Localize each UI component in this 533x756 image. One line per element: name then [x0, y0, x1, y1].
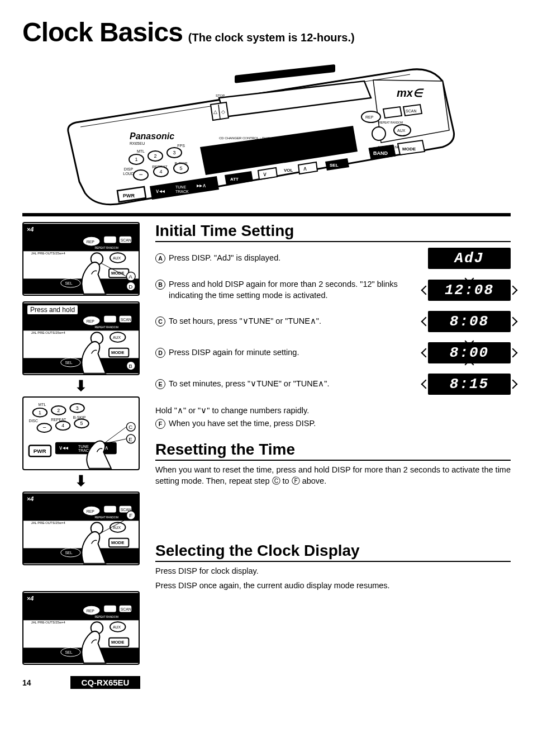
svg-text:△: △ — [213, 109, 217, 115]
svg-text:D: D — [129, 284, 132, 290]
lcd-808: 8:08 — [428, 311, 511, 332]
svg-text:3: 3 — [76, 405, 79, 411]
arrow-down-icon: ⬇ — [22, 476, 140, 486]
svg-text:B: B — [129, 363, 132, 369]
svg-text:DISP: DISP — [124, 167, 134, 171]
thumb-step-b: Press and hold JAL PRE-OUTS/25w×4 REP SC… — [22, 301, 140, 375]
svg-text:REPEAT RANDOM: REPEAT RANDOM — [95, 516, 118, 519]
svg-text:PWR: PWR — [123, 193, 135, 199]
svg-text:◇: ◇ — [221, 109, 225, 115]
model-badge: CQ-RX65EU — [70, 676, 141, 689]
svg-text:JAL PRE-OUTS/25w×4: JAL PRE-OUTS/25w×4 — [31, 252, 66, 255]
svg-text:REPEAT RANDOM: REPEAT RANDOM — [95, 326, 118, 329]
svg-text:−: − — [42, 424, 46, 431]
svg-text:Panasonic: Panasonic — [130, 131, 174, 141]
svg-text:REP: REP — [365, 115, 374, 119]
svg-rect-0 — [235, 64, 335, 83]
svg-text:SCAN: SCAN — [121, 607, 131, 611]
svg-rect-62 — [23, 278, 139, 294]
svg-text:F: F — [129, 512, 132, 518]
svg-text:SEL: SEL — [65, 361, 73, 365]
content-column: Initial Time Setting A Press DISP. "AdJ"… — [155, 222, 511, 665]
heading-initial-time: Initial Time Setting — [155, 222, 511, 242]
thumb-step-c-e: MTL 1 2 3 DISCREPEATB-SKIP − 4 5 PWR ∨◂◂… — [22, 396, 140, 470]
svg-text:1: 1 — [39, 410, 41, 415]
step-b: B Press and hold DISP again for more tha… — [155, 279, 511, 301]
step-a: A Press DISP. "AdJ" is displayed. AdJ — [155, 248, 511, 269]
lcd-800: 8:00 — [428, 342, 511, 363]
svg-text:SEL: SEL — [330, 163, 339, 168]
page-footer: 14 CQ-RX65EU — [22, 676, 511, 689]
svg-text:AUX: AUX — [113, 625, 121, 629]
svg-text:MTL: MTL — [38, 403, 46, 407]
step-e: E To set minutes, press "∨TUNE" or "TUNE… — [155, 374, 511, 395]
resetting-body: When you want to reset the time, press a… — [155, 464, 511, 487]
step-e-text: To set minutes, press "∨TUNE" or "TUNE∧"… — [169, 379, 330, 390]
svg-text:CD CHANGER CONTROL・DUAL PRE-OU: CD CHANGER CONTROL・DUAL PRE-OUTS — [219, 136, 289, 140]
svg-text:MODE: MODE — [111, 540, 125, 545]
svg-text:▸▸∧: ▸▸∧ — [197, 182, 206, 188]
svg-text:2: 2 — [154, 153, 156, 159]
svg-text:×4: ×4 — [27, 226, 34, 233]
svg-text:∨: ∨ — [263, 171, 267, 177]
step-d: D Press DISP again for minute setting. 8… — [155, 342, 511, 363]
step-marker-f: F — [155, 419, 165, 429]
press-hold-label: Press and hold — [27, 305, 78, 315]
svg-text:STOP: STOP — [216, 94, 225, 97]
svg-text:JAL PRE-OUTS/25w×4: JAL PRE-OUTS/25w×4 — [31, 621, 66, 624]
svg-text:5: 5 — [80, 420, 83, 426]
step-f-text: When you have set the time, press DISP. — [169, 418, 316, 429]
svg-text:ATT: ATT — [230, 177, 239, 182]
svg-text:C: C — [129, 424, 132, 430]
svg-text:∧: ∧ — [303, 165, 307, 172]
step-c: C To set hours, press "∨TUNE" or "TUNE∧"… — [155, 311, 511, 332]
svg-text:×4: ×4 — [27, 495, 34, 502]
svg-text:SCAN: SCAN — [121, 318, 131, 322]
step-marker-e: E — [155, 379, 165, 389]
svg-text:AUX: AUX — [113, 256, 121, 260]
step-marker-a: A — [155, 253, 165, 263]
svg-text:RX65EU: RX65EU — [130, 141, 145, 145]
svg-rect-131 — [23, 548, 139, 563]
step-marker-c: C — [155, 316, 165, 327]
svg-text:1: 1 — [135, 157, 137, 162]
svg-text:REPEAT RANDOM: REPEAT RANDOM — [95, 247, 118, 249]
arrow-down-icon: ⬇ — [22, 381, 140, 391]
svg-text:SCAN: SCAN — [121, 238, 131, 242]
step-marker-b: B — [155, 280, 165, 290]
thumbnail-column: ×4 JAL PRE-OUTS/25w×4 REP SCAN REPEAT RA… — [22, 222, 140, 665]
svg-text:TRACK: TRACK — [175, 190, 189, 193]
svg-rect-74 — [103, 315, 117, 323]
lcd-1208: 12:08 — [428, 280, 511, 301]
svg-text:DISC: DISC — [28, 419, 37, 423]
page-number: 14 — [22, 678, 31, 687]
rapid-change-note: Hold "∧" or "∨" to change numbers rapidl… — [155, 405, 511, 416]
svg-text:MTL: MTL — [137, 149, 145, 153]
svg-text:AUX: AUX — [113, 336, 121, 339]
svg-text:2: 2 — [57, 408, 60, 413]
svg-text:JAL PRE-OUTS/25w×4: JAL PRE-OUTS/25w×4 — [31, 521, 66, 525]
svg-text:SCAN: SCAN — [406, 109, 416, 113]
svg-text:×4: ×4 — [27, 595, 34, 602]
thumb-clock-display: ×4 JAL PRE-OUTS/25w×4 REP SCAN REPEAT RA… — [22, 591, 140, 665]
selecting-line1: Press DISP for clock display. — [155, 565, 511, 577]
thumb-step-f: ×4 JAL PRE-OUTS/25w×4 REP SCAN REPEAT RA… — [22, 492, 140, 565]
svg-text:4: 4 — [159, 169, 162, 174]
svg-text:JAL PRE-OUTS/25w×4: JAL PRE-OUTS/25w×4 — [31, 331, 66, 334]
step-a-text: Press DISP. "AdJ" is displayed. — [169, 253, 280, 264]
title-main: Clock Basics — [22, 17, 183, 48]
svg-line-115 — [106, 427, 126, 442]
svg-rect-151 — [23, 648, 139, 663]
svg-text:A: A — [129, 273, 132, 280]
svg-text:REP: REP — [87, 609, 95, 613]
svg-text:∨◂◂: ∨◂◂ — [155, 188, 165, 194]
svg-text:TUNE: TUNE — [175, 185, 186, 189]
svg-text:VOL: VOL — [284, 168, 293, 173]
svg-text:−: − — [139, 171, 142, 178]
svg-rect-122 — [103, 505, 117, 513]
svg-rect-53 — [103, 236, 117, 244]
svg-text:REPEAT RANDOM: REPEAT RANDOM — [379, 121, 403, 124]
step-c-text: To set hours, press "∨TUNE" or "TUNE∧". — [169, 316, 321, 327]
step-b-text: Press and hold DISP again for more than … — [169, 279, 419, 301]
heading-resetting: Resetting the Time — [155, 441, 511, 461]
